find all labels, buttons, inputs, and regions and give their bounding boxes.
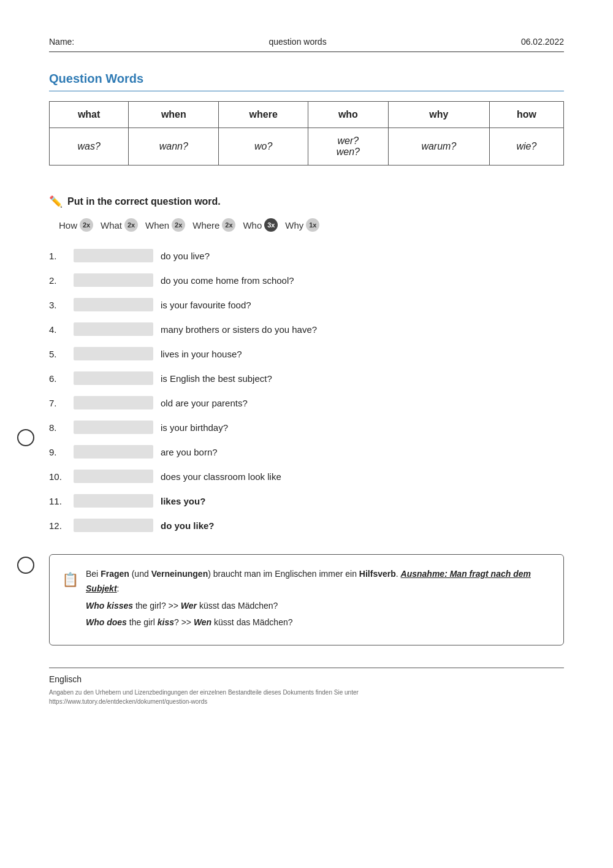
question-num-10: 10.: [49, 471, 66, 482]
page-title: question words: [268, 37, 326, 47]
question-text-6: is English the best subject?: [161, 373, 272, 384]
chip-where-badge: 2x: [222, 218, 235, 232]
question-item-4: 4. many brothers or sisters do you have?: [49, 322, 564, 336]
question-item-5: 5. lives in your house?: [49, 347, 564, 360]
margin-circle-top: [17, 429, 34, 446]
chip-who-badge: 3x: [264, 218, 278, 232]
footer-subject: Englisch: [49, 674, 564, 684]
question-item-8: 8. is your birthday?: [49, 421, 564, 434]
question-item-7: 7. old are your parents?: [49, 396, 564, 409]
question-num-3: 3.: [49, 300, 66, 310]
header-when: when: [129, 102, 219, 128]
answer-blank-2[interactable]: [74, 273, 153, 287]
chip-what-badge: 2x: [124, 218, 138, 232]
answer-blank-1[interactable]: [74, 249, 153, 262]
margin-circle-bottom: [17, 557, 34, 574]
chip-why-label: Why: [285, 220, 303, 230]
chip-why-badge: 1x: [306, 218, 319, 232]
question-item-11: 11. likes you?: [49, 494, 564, 508]
left-margin-decorations: [17, 429, 34, 574]
question-item-9: 9. are you born?: [49, 445, 564, 459]
question-num-1: 1.: [49, 251, 66, 261]
question-num-2: 2.: [49, 275, 66, 286]
header-why: why: [388, 102, 489, 128]
footer-legal: Angaben zu den Urhebern und Lizenzbeding…: [49, 688, 564, 706]
header-what: what: [50, 102, 129, 128]
question-text-5: lives in your house?: [161, 349, 242, 359]
question-text-11: likes you?: [161, 496, 205, 506]
question-text-12: do you like?: [161, 520, 215, 531]
question-item-1: 1. do you live?: [49, 249, 564, 262]
question-item-6: 6. is English the best subject?: [49, 371, 564, 385]
chip-how: How 2x: [59, 218, 93, 232]
answer-blank-11[interactable]: [74, 494, 153, 508]
question-num-12: 12.: [49, 520, 66, 531]
section-title: Question Words: [49, 72, 564, 91]
info-example-1: Who kisses the girl? >> Wer küsst das Mä…: [86, 599, 551, 614]
question-num-6: 6.: [49, 373, 66, 384]
footer-legal-line1: Angaben zu den Urhebern und Lizenzbeding…: [49, 689, 359, 696]
answer-blank-6[interactable]: [74, 371, 153, 385]
chip-when-label: When: [145, 220, 169, 230]
trans-wann: wann?: [129, 128, 219, 166]
trans-wer-wen: wer?wen?: [308, 128, 388, 166]
chip-how-badge: 2x: [80, 218, 93, 232]
exercise-header: ✏️ Put in the correct question word.: [49, 195, 564, 208]
question-num-5: 5.: [49, 349, 66, 359]
question-num-7: 7.: [49, 398, 66, 408]
answer-blank-7[interactable]: [74, 396, 153, 409]
info-box-content: Bei Fragen (und Verneinungen) braucht ma…: [86, 567, 551, 633]
info-icon: 📋: [62, 568, 78, 591]
info-line-1: Bei Fragen (und Verneinungen) braucht ma…: [86, 567, 551, 596]
question-text-3: is your favourite food?: [161, 300, 251, 310]
answer-blank-9[interactable]: [74, 445, 153, 459]
trans-was: was?: [50, 128, 129, 166]
chip-what: What 2x: [101, 218, 138, 232]
header-how: how: [489, 102, 563, 128]
chip-when-badge: 2x: [172, 218, 185, 232]
page-header: Name: question words 06.02.2022: [49, 37, 564, 52]
answer-blank-4[interactable]: [74, 322, 153, 336]
header-where: where: [219, 102, 308, 128]
question-text-10: does your classroom look like: [161, 471, 281, 482]
answer-blank-5[interactable]: [74, 347, 153, 360]
question-text-8: is your birthday?: [161, 422, 228, 433]
chip-where-label: Where: [192, 220, 219, 230]
question-num-9: 9.: [49, 447, 66, 457]
chip-how-label: How: [59, 220, 77, 230]
chip-why: Why 1x: [285, 218, 319, 232]
answer-blank-3[interactable]: [74, 298, 153, 311]
table-header-row: what when where who why how: [50, 102, 564, 128]
answer-blank-12[interactable]: [74, 519, 153, 532]
trans-wo: wo?: [219, 128, 308, 166]
chip-where: Where 2x: [192, 218, 235, 232]
name-label: Name:: [49, 37, 74, 47]
chip-who-label: Who: [243, 220, 262, 230]
question-text-2: do you come home from school?: [161, 275, 294, 286]
chip-who: Who 3x: [243, 218, 278, 232]
word-chips-row: How 2x What 2x When 2x Where 2x Who 3x W…: [59, 218, 564, 232]
exercise-instruction: Put in the correct question word.: [67, 196, 221, 207]
answer-blank-8[interactable]: [74, 421, 153, 434]
question-num-11: 11.: [49, 496, 66, 506]
question-item-12: 12. do you like?: [49, 519, 564, 532]
question-text-4: many brothers or sisters do you have?: [161, 324, 317, 335]
question-text-9: are you born?: [161, 447, 218, 457]
question-item-2: 2. do you come home from school?: [49, 273, 564, 287]
info-box: 📋 Bei Fragen (und Verneinungen) braucht …: [49, 554, 564, 645]
info-example-2: Who does the girl kiss? >> Wen küsst das…: [86, 615, 551, 630]
footer-legal-line2: https://www.tutory.de/entdecken/dokument…: [49, 698, 207, 705]
chip-when: When 2x: [145, 218, 185, 232]
vocab-table: what when where who why how was? wann? w…: [49, 101, 564, 166]
question-num-8: 8.: [49, 422, 66, 433]
question-text-1: do you live?: [161, 251, 210, 261]
question-item-3: 3. is your favourite food?: [49, 298, 564, 311]
header-who: who: [308, 102, 388, 128]
question-text-7: old are your parents?: [161, 398, 248, 408]
table-translation-row: was? wann? wo? wer?wen? warum? wie?: [50, 128, 564, 166]
answer-blank-10[interactable]: [74, 470, 153, 483]
question-num-4: 4.: [49, 324, 66, 335]
pencil-icon: ✏️: [49, 195, 63, 208]
chip-what-label: What: [101, 220, 122, 230]
trans-warum: warum?: [388, 128, 489, 166]
